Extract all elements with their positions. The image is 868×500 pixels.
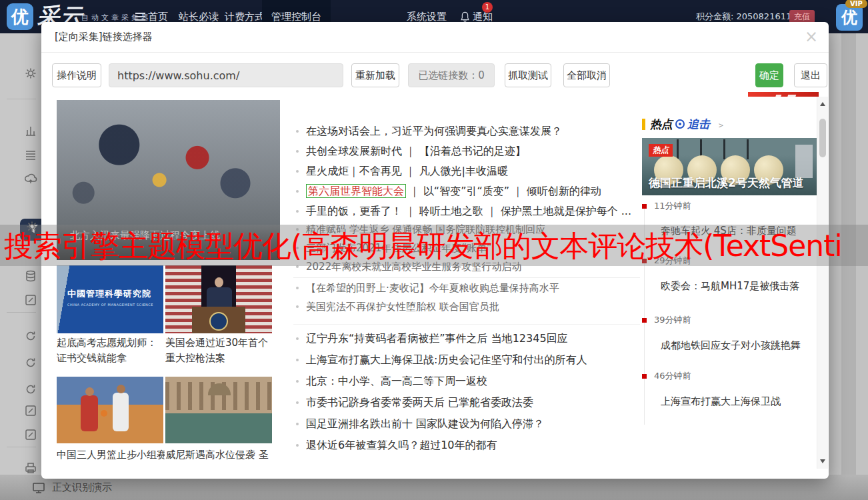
news-link[interactable]: 辽宁丹东“持黄码者看病被拦”事件之后 当地12345回应	[293, 328, 640, 349]
news-link[interactable]: 国足亚洲排名跌出前十 国家队建设为何陷入停滞？	[293, 413, 640, 435]
scrollbar-thumb[interactable]	[819, 119, 826, 157]
academy-sign-subtext: CHINA ACADEMY OF MANAGEMENT SCIENCE	[67, 303, 153, 307]
news-link[interactable]: 北京：中小学、高一高二等下周一返校	[293, 371, 640, 392]
refresh-icon[interactable]	[24, 356, 37, 369]
timeline-timestamp: 39分钟前	[642, 314, 691, 326]
timeline-timestamp: 46分钟前	[642, 370, 691, 382]
sidebar-divider	[7, 447, 36, 447]
header-divider	[41, 52, 829, 53]
bell-icon	[460, 11, 470, 23]
news-link[interactable]: 共创全球发展新时代 ｜ 【沿着总书记的足迹】	[293, 141, 640, 161]
news-link[interactable]: 市委书记跻身省委常委两天后 已掌舵省委政法委	[293, 392, 640, 413]
printer-icon[interactable]	[24, 461, 37, 475]
news-image-podium[interactable]	[165, 265, 272, 333]
selected-links-count: 已选链接数：0	[408, 63, 495, 87]
embedded-webpage: 北方入汛来最强降雨过程今夜上线 中國管理科學研究院 CHINA ACADEMY …	[57, 97, 828, 469]
confirm-button[interactable]: 确定	[755, 63, 783, 87]
reload-button[interactable]: 重新加载	[351, 63, 399, 87]
scroll-up-arrow-icon[interactable]	[820, 102, 825, 106]
hot-news-image[interactable]: 热点 德国正重启北溪2号天然气管道	[642, 138, 817, 195]
headline-group-3: 【在希望的田野上·麦收记】今年夏粮收购总量保持高水平 美国宪法不再保护女性堕胎权…	[293, 279, 640, 316]
window-right-edge	[829, 33, 868, 500]
yellow-bar	[642, 119, 645, 130]
selected-link-highlight[interactable]: 第六届世界智能大会	[306, 184, 406, 198]
edit-icon[interactable]	[24, 404, 37, 417]
close-icon[interactable]: ×	[805, 27, 818, 46]
app-logo-icon[interactable]: 优	[7, 3, 33, 30]
sidebar-divider	[7, 312, 36, 313]
watermark-text: 搜索引擎主题模型优化(高森明晨研发部的文本评论技术(TextSenti	[4, 227, 842, 266]
image-caption[interactable]: 美国会通过近30年首个重大控枪法案	[165, 335, 273, 367]
database-icon[interactable]	[24, 269, 37, 283]
sidebar-divider	[7, 99, 36, 99]
hot-news-link[interactable]: 欧委会：马航MH17是被俄击落	[661, 280, 799, 293]
target-icon	[675, 119, 685, 129]
refresh-icon[interactable]	[24, 383, 37, 396]
more-arrow[interactable]: ＞	[717, 120, 725, 130]
headline-group-1: 在这场对话会上，习近平为何强调要真心实意谋发展？ 共创全球发展新时代 ｜ 【沿着…	[293, 121, 640, 221]
stats-chart-icon[interactable]	[24, 124, 37, 137]
news-link[interactable]: 美国宪法不再保护女性堕胎权 联合国官员批	[293, 297, 640, 316]
image-caption[interactable]: 中国三人男篮止步小组赛	[57, 447, 165, 463]
academy-sign-text: 中國管理科學研究院	[67, 288, 162, 300]
edit-icon[interactable]	[24, 293, 37, 307]
refresh-icon[interactable]	[24, 329, 37, 343]
hamburger-icon	[135, 13, 145, 21]
scroll-down-arrow-icon[interactable]	[820, 459, 825, 463]
cloud-upload-icon[interactable]	[24, 172, 37, 185]
news-image-basketball[interactable]	[57, 377, 163, 443]
news-image-venice[interactable]	[165, 377, 272, 443]
news-link[interactable]: 手里的饭，更香了！ ｜ 聆听土地之歌 ｜ 保护黑土地就是保护每个 ...	[293, 201, 640, 221]
settings-gear-icon[interactable]	[24, 67, 37, 80]
list-icon[interactable]	[24, 148, 37, 161]
hot-tag: 热点	[649, 144, 673, 157]
avatar[interactable]: 优	[836, 4, 863, 31]
iframe-scrollbar[interactable]	[817, 97, 828, 469]
exit-button[interactable]: 退出	[794, 63, 827, 87]
recharge-button[interactable]: 充值	[789, 10, 815, 23]
image-caption[interactable]: 起底高考志愿规划师：证书交钱就能拿	[57, 335, 165, 367]
list-divider	[293, 277, 640, 278]
dialog-title: [定向采集]链接选择器	[55, 22, 153, 52]
list-divider	[293, 324, 640, 325]
news-link[interactable]: 星火成炬｜不舍再见 ｜ 凡人微光|丰收温暖	[293, 161, 640, 181]
news-image-academy[interactable]: 中國管理科學研究院 CHINA ACADEMY OF MANAGEMENT SC…	[57, 265, 163, 333]
news-link[interactable]: 【在希望的田野上·麦收记】今年夏粮收购总量保持高水平	[293, 279, 640, 297]
vip-badge: VIP	[845, 0, 867, 8]
news-link[interactable]: 退休近6年被查算久吗？超过10年的都有	[293, 435, 640, 456]
hot-pursuit-header[interactable]: 热点追击＞	[642, 117, 725, 131]
cancel-all-button[interactable]: 全部取消	[563, 63, 610, 87]
headline-group-4: 辽宁丹东“持黄码者看病被拦”事件之后 当地12345回应 上海宣布打赢大上海保卫…	[293, 328, 640, 456]
grab-test-button[interactable]: 抓取测试	[505, 63, 551, 87]
timeline-timestamp: 11分钟前	[642, 200, 691, 212]
watermark-band: 搜索引擎主题模型优化(高森明晨研发部的文本评论技术(TextSenti	[0, 225, 868, 266]
image-caption[interactable]: 威尼斯遇高水位侵袭 圣	[165, 447, 280, 463]
news-link-selected[interactable]: 第六届世界智能大会 ｜ 以“智变”引“质变” ｜ 倾听创新的律动	[293, 181, 640, 201]
url-input[interactable]	[109, 63, 343, 87]
monitor-icon	[32, 481, 45, 495]
edit-icon[interactable]	[24, 428, 37, 441]
left-sidebar	[0, 33, 43, 500]
hot-image-caption[interactable]: 德国正重启北溪2号天然气管道	[649, 175, 804, 191]
help-button[interactable]: 操作说明	[52, 63, 101, 87]
news-link[interactable]: 在这场对话会上，习近平为何强调要真心实意谋发展？	[293, 121, 640, 141]
hot-news-link[interactable]: 上海宣布打赢大上海保卫战	[661, 395, 781, 408]
notification-badge: 1	[482, 2, 493, 13]
news-link[interactable]: 上海宣布打赢大上海保卫战:历史会记住坚守和付出的所有人	[293, 349, 640, 371]
hot-news-link[interactable]: 成都地铁回应女子对小孩跳艳舞	[661, 339, 801, 352]
